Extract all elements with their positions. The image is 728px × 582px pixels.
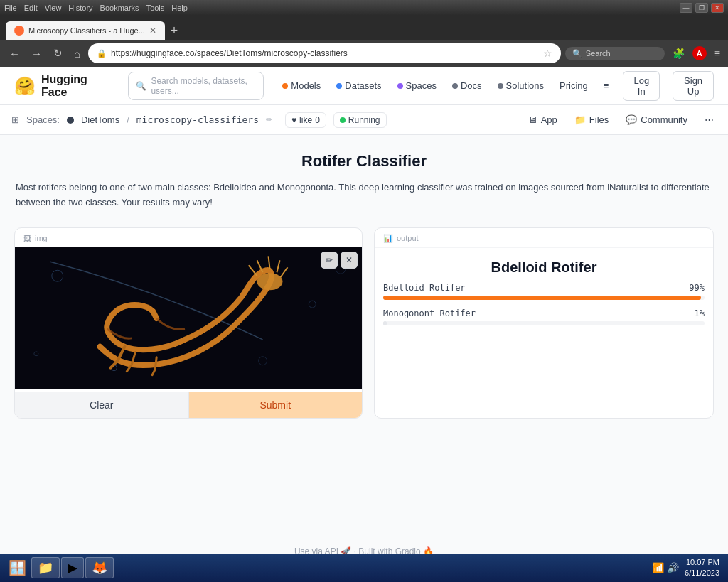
edit-icon[interactable]: ✏ xyxy=(266,115,272,124)
rotifer-image xyxy=(15,247,362,389)
nav-docs[interactable]: Docs xyxy=(451,77,483,94)
nav-solutions[interactable]: Solutions xyxy=(496,77,545,94)
bar-pct-1: 1% xyxy=(695,308,705,318)
datasets-dot xyxy=(336,83,342,89)
spaces-dot xyxy=(397,83,403,89)
menu-bookmarks[interactable]: Bookmarks xyxy=(100,4,139,12)
output-panel: 📊 output Bdelloid Rotifer Bdelloid Rotif… xyxy=(374,227,714,419)
menu-help[interactable]: Help xyxy=(171,4,188,12)
nav-models[interactable]: Models xyxy=(281,77,322,94)
files-icon: 📁 xyxy=(574,114,586,125)
space-repo-name[interactable]: microscopy-classifiers xyxy=(136,114,259,125)
like-label: like xyxy=(299,115,312,125)
tab-title: Microscopy Classifiers - a Huge... xyxy=(28,26,145,35)
home-button[interactable]: ⌂ xyxy=(70,46,84,61)
address-bar[interactable]: 🔒 https://huggingface.co/spaces/DietToms… xyxy=(88,43,561,63)
adblock-icon[interactable]: A xyxy=(692,46,707,60)
tab-community[interactable]: 💬 Community xyxy=(623,114,690,125)
running-label: Running xyxy=(348,115,380,125)
forward-button[interactable]: → xyxy=(28,46,46,61)
back-button[interactable]: ← xyxy=(6,46,23,61)
space-menu-button[interactable]: ⋯ xyxy=(702,114,717,125)
signal-icon: 📶 xyxy=(652,562,664,573)
bookmark-icon[interactable]: ☆ xyxy=(543,48,552,59)
hf-search-placeholder: Search models, datasets, users... xyxy=(151,76,256,96)
svg-point-5 xyxy=(34,351,38,355)
new-tab-button[interactable]: + xyxy=(165,21,184,40)
system-clock: 10:07 PM 6/11/2023 xyxy=(685,557,719,579)
search-icon: 🔍 xyxy=(572,49,582,58)
maximize-button[interactable]: ❐ xyxy=(695,3,708,13)
app-description: Most rotifers belong to one of two main … xyxy=(16,180,712,210)
image-area: ✏ ✕ xyxy=(15,247,362,392)
tab-files[interactable]: 📁 Files xyxy=(572,114,611,125)
window-controls[interactable]: — ❐ ✕ xyxy=(680,3,724,13)
browser-tab[interactable]: Microscopy Classifiers - a Huge... ✕ xyxy=(6,21,165,40)
hf-search-box[interactable]: 🔍 Search models, datasets, users... xyxy=(128,72,264,100)
login-button[interactable]: Log In xyxy=(623,71,660,101)
taskbar-items: 📁 ▶ 🦊 xyxy=(31,557,646,578)
os-titlebar: File Edit View History Bookmarks Tools H… xyxy=(0,0,728,16)
edit-image-button[interactable]: ✏ xyxy=(321,252,338,269)
close-button[interactable]: ✕ xyxy=(711,3,724,13)
spaces-label: Spaces: xyxy=(26,114,60,125)
submit-button[interactable]: Submit xyxy=(189,392,363,418)
taskbar-right: 📶 🔊 10:07 PM 6/11/2023 xyxy=(646,557,725,579)
signup-button[interactable]: Sign Up xyxy=(673,71,714,101)
svg-point-1 xyxy=(309,301,316,308)
reload-button[interactable]: ↻ xyxy=(50,45,66,61)
result-title: Bdelloid Rotifer xyxy=(375,248,713,283)
menu-file[interactable]: File xyxy=(4,4,17,12)
overflow-menu-icon[interactable]: ≡ xyxy=(712,45,722,61)
bar-row-0: Bdelloid Rotifer 99% xyxy=(383,283,705,300)
app-panels: 🖼 img xyxy=(14,227,714,419)
owner-name[interactable]: DietToms xyxy=(81,114,119,125)
menu-tools[interactable]: Tools xyxy=(146,4,165,12)
taskbar-item-firefox[interactable]: 🦊 xyxy=(85,557,114,578)
output-label-text: output xyxy=(397,234,419,242)
running-badge: Running xyxy=(333,112,387,128)
clock-time: 10:07 PM xyxy=(685,557,719,568)
nav-right: 🔍 Search 🧩 A ≡ xyxy=(565,45,722,61)
spaces-icon: ⊞ xyxy=(11,114,19,125)
button-row: Clear Submit xyxy=(15,392,362,418)
menu-history[interactable]: History xyxy=(68,4,92,12)
menu-view[interactable]: View xyxy=(45,4,62,12)
bar-track-0 xyxy=(383,296,705,300)
sys-tray: 📶 🔊 xyxy=(652,562,679,573)
app-label: App xyxy=(541,114,557,125)
bar-label-row-1: Monogonont Rotifer 1% xyxy=(383,308,705,318)
community-icon: 💬 xyxy=(626,114,637,125)
nav-more-icon[interactable]: ≡ xyxy=(602,77,611,94)
like-button[interactable]: ♥ like 0 xyxy=(285,112,326,128)
docs-dot xyxy=(452,83,458,89)
hf-search-icon: 🔍 xyxy=(136,81,146,91)
bar-pct-0: 99% xyxy=(689,283,705,293)
taskbar-item-media[interactable]: ▶ xyxy=(61,557,84,578)
svg-point-2 xyxy=(259,356,267,365)
hf-logo-text: Hugging Face xyxy=(41,73,111,99)
output-bars: Bdelloid Rotifer 99% Monogonont Rotifer … xyxy=(375,283,713,345)
like-count: 0 xyxy=(315,115,320,125)
clear-image-button[interactable]: ✕ xyxy=(341,252,358,269)
menu-edit[interactable]: Edit xyxy=(24,4,38,12)
space-bar-right: 🖥 App 📁 Files 💬 Community ⋯ xyxy=(525,114,717,125)
image-toolbar: ✏ ✕ xyxy=(321,252,358,269)
hf-nav: Models Datasets Spaces Docs Solutions Pr… xyxy=(281,71,714,101)
nav-pricing[interactable]: Pricing xyxy=(558,77,589,94)
search-box[interactable]: 🔍 Search xyxy=(565,47,665,60)
bar-fill-0 xyxy=(383,296,701,300)
tab-app[interactable]: 🖥 App xyxy=(525,114,560,125)
hf-logo[interactable]: 🤗 Hugging Face xyxy=(14,73,111,99)
extensions-icon[interactable]: 🧩 xyxy=(670,45,687,61)
taskbar-item-folder[interactable]: 📁 xyxy=(31,557,60,578)
minimize-button[interactable]: — xyxy=(680,3,692,13)
os-menu[interactable]: File Edit View History Bookmarks Tools H… xyxy=(4,4,188,12)
start-button[interactable]: 🪟 xyxy=(3,554,31,581)
nav-spaces[interactable]: Spaces xyxy=(396,77,438,94)
nav-datasets[interactable]: Datasets xyxy=(335,77,382,94)
bar-label-0: Bdelloid Rotifer xyxy=(383,283,466,293)
output-label: 📊 output xyxy=(375,228,713,248)
tab-close-icon[interactable]: ✕ xyxy=(149,26,156,36)
clear-button[interactable]: Clear xyxy=(15,392,189,418)
